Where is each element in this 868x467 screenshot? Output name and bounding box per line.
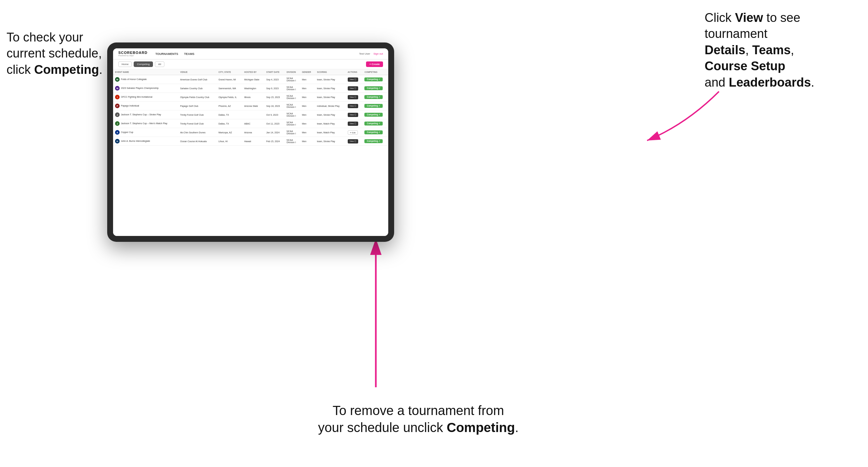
table-header: EVENT NAME VENUE CITY, STATE HOSTED BY S… [113,69,388,75]
table-row: IOFCC Fighting Illini InvitationalOlympi… [113,93,388,102]
event-date: Jan 14, 2024 [265,128,285,137]
col-competing: COMPETING [363,69,388,75]
event-date: Oct 9, 2023 [265,111,285,119]
event-name: OFCC Fighting Illini Invitational [121,96,152,98]
edit-button[interactable]: ✏ Edit [348,130,358,135]
filter-competing-btn[interactable]: Competing [134,61,153,67]
event-gender: Men [300,111,315,119]
col-hosted: HOSTED BY [242,69,265,75]
event-name-cell: W2023 Sahalee Players Championship [113,84,178,93]
event-actions: View ⓘ [346,102,363,111]
filter-all-btn[interactable]: All [155,61,164,67]
filter-home-btn[interactable]: Home [118,61,132,67]
event-gender: Men [300,84,315,93]
table-row: MFolds of Honor CollegiateAmerican Dunes… [113,75,388,84]
team-logo: I [115,95,120,99]
event-city: Sammamish, WA [216,84,242,93]
col-date: START DATE [265,69,285,75]
col-actions: ACTIONS [346,69,363,75]
event-scoring: team, Match Play [315,128,346,137]
event-actions: View ⓘ [346,111,363,119]
table-row: JJackson T. Stephens Cup – Stroke PlayTr… [113,111,388,119]
view-button[interactable]: View ⓘ [348,122,359,126]
event-venue: Sahalee Country Club [178,84,216,93]
event-division: NCAADivision I [285,84,300,93]
competing-badge[interactable]: Competing ✓ [364,130,383,134]
event-competing: Competing ✓ [363,137,388,146]
event-actions: View ⓘ [346,75,363,84]
event-name-cell: IOFCC Fighting Illini Invitational [113,93,178,102]
event-division: NCAADivision I [285,93,300,102]
competing-badge[interactable]: Competing ✓ [364,86,383,90]
col-city: CITY, STATE [216,69,242,75]
event-actions: View ⓘ [346,84,363,93]
event-venue: Olympia Fields Country Club [178,93,216,102]
nav-bar: SCOREBOARD Powered by clippi TOURNAMENTS… [113,49,388,60]
event-date: Sep 15, 2023 [265,93,285,102]
event-venue: Ocean Course At Hokuala [178,137,216,146]
event-date: Sep 18, 2023 [265,102,285,111]
event-city: Grand Haven, MI [216,75,242,84]
competing-badge[interactable]: Competing ✓ [364,122,383,125]
event-hosted: Washington [242,84,265,93]
event-city: Lihue, HI [216,137,242,146]
create-button[interactable]: + Create [366,61,383,67]
competing-badge[interactable]: Competing ✓ [364,139,383,143]
event-name: Papago Individual [121,104,139,107]
col-venue: VENUE [178,69,216,75]
competing-badge[interactable]: Competing ✓ [364,104,383,108]
view-button[interactable]: View ⓘ [348,95,359,99]
table-row: PPapago IndividualPapago Golf ClubPhoeni… [113,102,388,111]
annotation-top-right: Click View to see tournament Details, Te… [705,10,862,91]
competing-badge[interactable]: Competing ✓ [364,95,383,99]
event-division: NCAADivision I [285,111,300,119]
nav-right: Test User Sign out [359,52,383,55]
table-row: W2023 Sahalee Players ChampionshipSahale… [113,84,388,93]
event-division: NCAADivision I [285,137,300,146]
view-button[interactable]: View ⓘ [348,104,359,108]
event-competing: Competing ✓ [363,75,388,84]
event-date: Sep 9, 2023 [265,84,285,93]
nav-teams[interactable]: TEAMS [184,52,194,56]
team-logo: J [115,113,120,117]
table-row: ACopper CupAk-Chin Southern DunesMaricop… [113,128,388,137]
view-button[interactable]: View ⓘ [348,86,359,91]
table-row: JJackson T. Stephens Cup – Men's Match P… [113,119,388,128]
table-body: MFolds of Honor CollegiateAmerican Dunes… [113,75,388,146]
filter-bar: Home Competing All + Create [113,60,388,69]
event-actions: View ⓘ [346,93,363,102]
event-division: NCAADivision I [285,128,300,137]
event-date: Sep 4, 2023 [265,75,285,84]
event-hosted: Arizona State [242,102,265,111]
event-gender: Men [300,75,315,84]
view-button[interactable]: View ⓘ [348,77,359,82]
event-actions: ✏ Edit [346,128,363,137]
competing-badge[interactable]: Competing ✓ [364,77,383,82]
nav-tournaments[interactable]: TOURNAMENTS [155,52,178,56]
view-button[interactable]: View ⓘ [348,113,359,117]
view-button[interactable]: View ⓘ [348,139,359,144]
event-hosted: Illinois [242,93,265,102]
event-hosted: Michigan State [242,75,265,84]
event-gender: Men [300,119,315,128]
event-venue: Trinity Forest Golf Club [178,111,216,119]
scoreboard-logo: SCOREBOARD Powered by clippi [118,51,147,57]
event-actions: View ⓘ [346,137,363,146]
competing-badge[interactable]: Competing ✓ [364,113,383,117]
event-gender: Men [300,128,315,137]
logo-title: SCOREBOARD [118,51,147,55]
event-scoring: team, Stroke Play [315,75,346,84]
nav-signout[interactable]: Sign out [374,52,383,55]
event-city: Phoenix, AZ [216,102,242,111]
event-venue: Papago Golf Club [178,102,216,111]
event-venue: Ak-Chin Southern Dunes [178,128,216,137]
tournaments-table: EVENT NAME VENUE CITY, STATE HOSTED BY S… [113,69,388,146]
team-logo: H [115,139,120,144]
event-name: Jackson T. Stephens Cup – Stroke Play [121,114,161,116]
event-venue: American Dunes Golf Club [178,75,216,84]
event-competing: Competing ✓ [363,102,388,111]
event-name: Folds of Honor Collegiate [121,78,147,81]
event-scoring: team, Stroke Play [315,84,346,93]
nav-user: Test User [359,52,370,55]
annotation-bottom: To remove a tournament from your schedul… [271,402,565,436]
